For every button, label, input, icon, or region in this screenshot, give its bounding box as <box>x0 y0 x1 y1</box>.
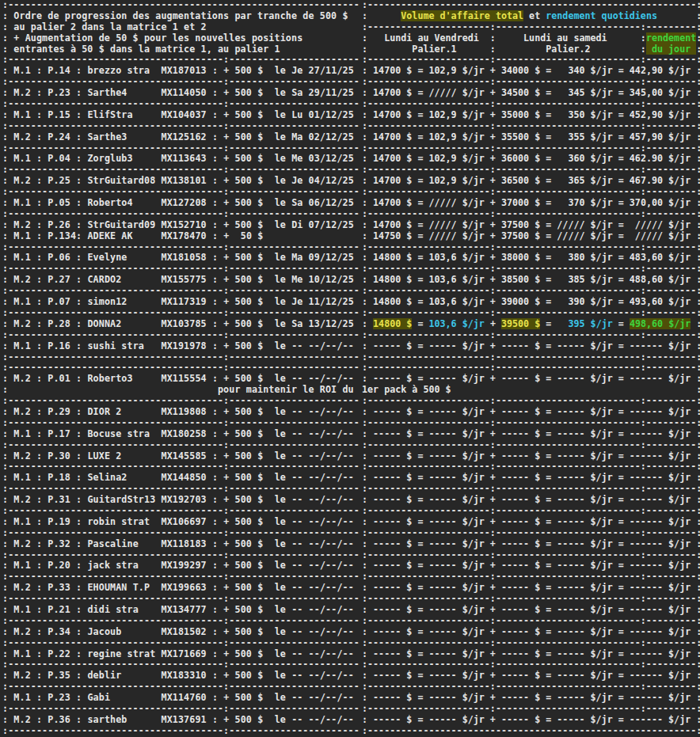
total-cell: ------ <box>630 428 663 439</box>
name-cell: Jacoub <box>87 626 121 637</box>
table-row: : M.1 : P.04 : Zorglub3 MX113643 : + 500… <box>0 154 700 165</box>
name-cell: Roberto4 <box>87 197 132 208</box>
rate1-cell: 103,6 <box>428 318 456 329</box>
table-row: : M.1 : P.22 : regine strat MX171669 : +… <box>0 649 700 660</box>
increment-cell: 500 <box>235 340 252 351</box>
code-cell: MX171669 <box>161 648 206 659</box>
code-cell: MX119808 <box>161 406 206 417</box>
position-cell: P.14 <box>48 65 70 76</box>
volume1-cell: ----- <box>373 494 401 505</box>
matrix-cell: M.1 <box>13 252 30 263</box>
row-separator: :--------------------------------------:… <box>0 99 700 110</box>
increment-cell: 50 <box>241 230 252 241</box>
position-cell: P.17 <box>48 428 70 439</box>
increment-cell: 500 <box>235 197 252 208</box>
increment-cell: 500 <box>235 516 252 527</box>
volume1-cell: ----- <box>373 626 401 637</box>
header-separator: :--------------------------------------:… <box>0 55 700 66</box>
volume1-cell: 14700 <box>373 131 401 142</box>
date-cell: -- --/--/-- <box>291 626 354 637</box>
increment-cell: 500 <box>235 560 252 571</box>
code-cell: MX191978 <box>161 340 206 351</box>
matrix-cell: M.1 <box>13 516 30 527</box>
position-cell: P.25 <box>48 175 70 186</box>
increment-cell: 500 <box>235 373 252 384</box>
position-cell: P.15 <box>48 109 70 120</box>
date-cell: -- --/--/-- <box>291 560 354 571</box>
header-line-2: : au palier 2 dans la matrice 1 et 2 :--… <box>0 22 700 33</box>
name-cell: Zorglub3 <box>87 153 132 164</box>
table-row: : M.2 : P.33 : EHOUMAN T.P MX199663 : + … <box>0 583 700 594</box>
position-cell: P.07 <box>48 296 70 307</box>
col-palier2-label: Lundi au samedi <box>523 32 607 44</box>
name-cell: Gabi <box>87 692 110 703</box>
name-cell: CARDO2 <box>87 274 121 285</box>
rate2-cell: ----- <box>557 450 584 462</box>
table-row: : M.2 : P.26 : StrGuitard09 MX152710 : +… <box>0 220 700 231</box>
row-separator: :--------------------------------------:… <box>0 286 700 297</box>
header-description: Ordre de progression des augmentations p… <box>13 10 348 21</box>
date-cell: -- --/--/-- <box>291 472 354 483</box>
row-separator: :--------------------------------------:… <box>0 528 700 539</box>
volume2-cell: ----- <box>501 604 529 615</box>
position-cell: P.16 <box>48 340 70 351</box>
increment-cell: 500 <box>235 109 252 120</box>
position-cell: P.23 <box>48 87 70 98</box>
total-cell: ------ <box>630 582 663 593</box>
increment-cell: 500 <box>235 65 252 76</box>
table-row: : M.1 : P.18 : Selina2 MX144850 : + 500 … <box>0 473 700 484</box>
row-separator: :--------------------------------------:… <box>0 121 700 132</box>
total-cell: ///// <box>635 230 663 241</box>
date-cell: -- --/--/-- <box>291 604 354 615</box>
position-cell: P.24 <box>48 131 70 142</box>
rate1-cell: ----- <box>428 494 456 505</box>
volume2-cell: 39500 <box>501 318 529 329</box>
header-description: entrantes à 50 $ dans la matrice 1, au p… <box>13 44 280 55</box>
volume2-cell: ----- <box>501 582 529 593</box>
code-cell: MX104037 <box>161 109 206 120</box>
volume2-cell: ----- <box>501 340 529 351</box>
name-cell: robin strat <box>87 516 150 527</box>
volume2-cell: 37500 <box>501 219 529 230</box>
matrix-cell: M.1 <box>13 428 30 439</box>
rate2-cell: ----- <box>557 604 584 615</box>
rate1-cell: 103,6 <box>428 274 456 285</box>
col-palier1-label: Lundi au Vendredi <box>384 32 479 44</box>
matrix-cell: M.2 <box>13 494 30 505</box>
date-cell: Me 03/12/25 <box>291 153 354 164</box>
rate1-cell: ----- <box>428 692 456 703</box>
date-cell: Ma 02/12/25 <box>291 131 354 142</box>
position-cell: P.21 <box>48 604 70 615</box>
increment-cell: 500 <box>235 274 252 285</box>
name-cell: LUXE 2 <box>87 450 121 462</box>
date-cell: Je 27/11/25 <box>291 65 354 76</box>
total-cell: ------ <box>630 494 663 505</box>
row-separator: :--------------------------------------:… <box>0 418 700 429</box>
volume1-cell: ----- <box>373 516 401 527</box>
top-border: :---------------------------------------… <box>0 0 700 11</box>
volume2-cell: 36000 <box>501 153 529 164</box>
total-cell: ------ <box>630 626 663 637</box>
table-row: : M.1 : P.05 : Roberto4 MX127208 : + 500… <box>0 198 700 209</box>
volume1-cell: ----- <box>373 406 401 417</box>
code-cell: MX152710 <box>161 219 206 230</box>
matrix-cell: M.1 <box>13 340 30 351</box>
volume2-cell: 35500 <box>501 131 529 142</box>
total-cell: 498,60 <box>630 318 663 329</box>
table-row: : M.1 : P.07 : simon12 MX117319 : + 500 … <box>0 297 700 308</box>
row-separator: :--------------------------------------:… <box>0 242 700 253</box>
total-cell: 442,90 <box>630 65 663 76</box>
rate2-cell: ----- <box>557 582 584 593</box>
volume1-cell: 14700 <box>373 87 401 98</box>
volume2-cell: ----- <box>501 494 529 505</box>
increment-cell: 500 <box>235 648 252 659</box>
col-palier1-sublabel: Palier.1 <box>412 44 456 55</box>
volume1-cell: 14800 <box>373 252 401 263</box>
code-cell: MX145585 <box>161 450 206 462</box>
matrix-cell: M.2 <box>13 406 30 417</box>
increment-cell: 500 <box>235 538 252 549</box>
date-cell: Lu 01/12/25 <box>291 109 354 120</box>
volume2-cell: 34500 <box>501 87 529 98</box>
code-cell: MX113643 <box>161 153 206 164</box>
date-cell: Me 10/12/25 <box>291 274 354 285</box>
